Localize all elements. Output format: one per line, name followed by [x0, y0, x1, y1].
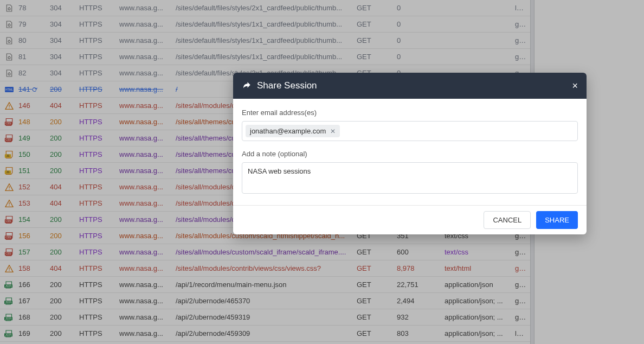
email-chip-text: jonathan@example.com: [250, 127, 326, 135]
share-button[interactable]: SHARE: [536, 211, 578, 229]
email-label: Enter email address(es): [242, 109, 578, 117]
note-label: Add a note (optional): [242, 150, 578, 158]
share-session-modal: Share Session × Enter email address(es) …: [233, 73, 587, 234]
modal-header: Share Session ×: [233, 73, 587, 99]
modal-title: Share Session: [257, 80, 317, 91]
email-chip: jonathan@example.com ✕: [246, 125, 340, 137]
close-icon[interactable]: ×: [572, 81, 578, 91]
note-textarea[interactable]: [242, 162, 578, 194]
modal-footer: CANCEL SHARE: [233, 205, 587, 234]
cancel-button[interactable]: CANCEL: [484, 211, 531, 229]
modal-body: Enter email address(es) jonathan@example…: [233, 99, 587, 205]
email-input[interactable]: jonathan@example.com ✕: [242, 121, 578, 141]
remove-chip-icon[interactable]: ✕: [330, 128, 336, 135]
share-icon: [242, 81, 252, 91]
